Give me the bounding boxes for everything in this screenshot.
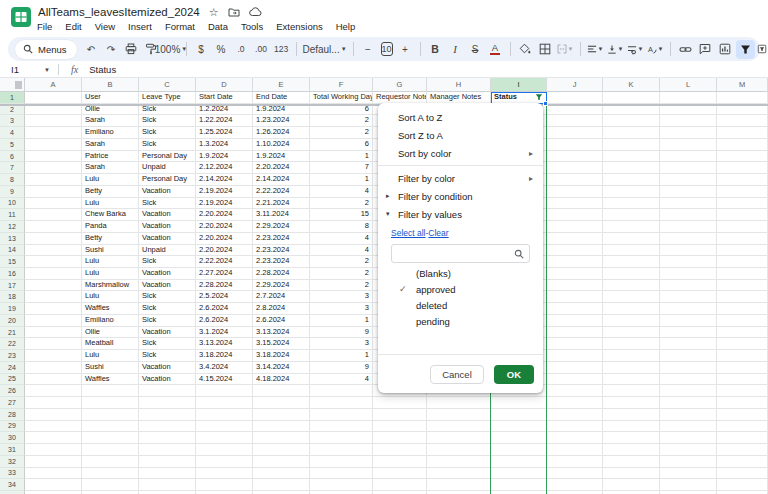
cell-F34[interactable] [310, 479, 373, 491]
cell-K10[interactable] [603, 198, 660, 210]
cell-D5[interactable]: 1.3.2024 [196, 139, 253, 151]
cell-M18[interactable] [717, 291, 768, 303]
cell-B9[interactable]: Betty [82, 186, 139, 198]
cell-M25[interactable] [717, 374, 768, 386]
cell-J24[interactable] [547, 362, 603, 374]
font-size-decrease-button[interactable]: − [359, 40, 378, 59]
cell-D3[interactable]: 1.22.2024 [196, 115, 253, 127]
cell-J31[interactable] [547, 444, 603, 456]
insert-chart-button[interactable] [716, 40, 735, 59]
cell-C27[interactable] [139, 397, 196, 409]
cell-D15[interactable]: 2.22.2024 [196, 256, 253, 268]
cell-A11[interactable] [25, 209, 82, 221]
cell-B31[interactable] [82, 444, 139, 456]
cell-E11[interactable]: 3.11.2024 [253, 209, 310, 221]
cell-A30[interactable] [25, 432, 82, 444]
row-header-4[interactable]: 4 [0, 127, 25, 139]
cell-G33[interactable] [373, 468, 427, 480]
cell-K31[interactable] [603, 444, 660, 456]
cell-L18[interactable] [660, 291, 717, 303]
cell-E27[interactable] [253, 397, 310, 409]
cell-A18[interactable] [25, 291, 82, 303]
cell-C16[interactable]: Vacation [139, 268, 196, 280]
cell-C31[interactable] [139, 444, 196, 456]
cell-B8[interactable]: Lulu [82, 174, 139, 186]
column-header-K[interactable]: K [603, 78, 660, 92]
cell-D14[interactable]: 2.20.2024 [196, 245, 253, 257]
cell-B20[interactable]: Emiliano [82, 315, 139, 327]
print-button[interactable] [122, 40, 141, 59]
cell-A3[interactable] [25, 115, 82, 127]
cell-A12[interactable] [25, 221, 82, 233]
cell-E30[interactable] [253, 432, 310, 444]
cell-E20[interactable]: 2.6.2024 [253, 315, 310, 327]
cell-A32[interactable] [25, 456, 82, 468]
cell-B18[interactable]: Lulu [82, 291, 139, 303]
cell-K13[interactable] [603, 233, 660, 245]
cell-F16[interactable]: 2 [310, 268, 373, 280]
cell-M31[interactable] [717, 444, 768, 456]
cell-C26[interactable] [139, 385, 196, 397]
menu-file[interactable]: File [37, 21, 52, 32]
cell-B23[interactable]: Lulu [82, 350, 139, 362]
cell-E10[interactable]: 2.21.2024 [253, 198, 310, 210]
cell-C7[interactable]: Unpaid [139, 162, 196, 174]
cell-D10[interactable]: 2.19.2024 [196, 198, 253, 210]
row-header-7[interactable]: 7 [0, 162, 25, 174]
cell-F12[interactable]: 8 [310, 221, 373, 233]
cell-J26[interactable] [547, 385, 603, 397]
row-header-6[interactable]: 6 [0, 151, 25, 163]
row-header-11[interactable]: 11 [0, 209, 25, 221]
cell-A7[interactable] [25, 162, 82, 174]
cell-J6[interactable] [547, 151, 603, 163]
cell-E28[interactable] [253, 409, 310, 421]
cell-L23[interactable] [660, 350, 717, 362]
cell-F27[interactable] [310, 397, 373, 409]
cell-I29[interactable] [491, 421, 547, 433]
cell-A28[interactable] [25, 409, 82, 421]
text-wrap-button[interactable]: ▼ [626, 40, 645, 59]
cell-D24[interactable]: 3.4.2024 [196, 362, 253, 374]
cell-I33[interactable] [491, 468, 547, 480]
cell-A33[interactable] [25, 468, 82, 480]
cell-L30[interactable] [660, 432, 717, 444]
cell-F1[interactable]: Total Working Days [310, 92, 373, 104]
cell-E29[interactable] [253, 421, 310, 433]
sort-z-to-a-item[interactable]: Sort Z to A [378, 126, 543, 144]
cell-C21[interactable]: Vacation [139, 327, 196, 339]
menus-search-button[interactable]: Menus [15, 40, 77, 59]
cell-L29[interactable] [660, 421, 717, 433]
cell-J5[interactable] [547, 139, 603, 151]
cell-J15[interactable] [547, 256, 603, 268]
cell-E22[interactable]: 3.15.2024 [253, 338, 310, 350]
cell-A9[interactable] [25, 186, 82, 198]
cell-J3[interactable] [547, 115, 603, 127]
cell-L33[interactable] [660, 468, 717, 480]
cell-M26[interactable] [717, 385, 768, 397]
cell-H34[interactable] [427, 479, 491, 491]
cell-M33[interactable] [717, 468, 768, 480]
cell-L9[interactable] [660, 186, 717, 198]
cell-K30[interactable] [603, 432, 660, 444]
cell-H30[interactable] [427, 432, 491, 444]
row-header-23[interactable]: 23 [0, 350, 25, 362]
cell-H1[interactable]: Manager Notes [427, 92, 491, 104]
cell-E18[interactable]: 2.7.2024 [253, 291, 310, 303]
cell-M28[interactable] [717, 409, 768, 421]
active-filter-icon[interactable] [535, 93, 543, 101]
cell-C1[interactable]: Leave Type [139, 92, 196, 104]
filter-by-condition-item[interactable]: ▸Filter by condition [378, 187, 543, 205]
cell-E32[interactable] [253, 456, 310, 468]
cell-M8[interactable] [717, 174, 768, 186]
row-header-16[interactable]: 16 [0, 268, 25, 280]
text-color-button[interactable]: A [486, 40, 505, 59]
cell-C29[interactable] [139, 421, 196, 433]
cell-J22[interactable] [547, 338, 603, 350]
cell-C33[interactable] [139, 468, 196, 480]
cell-L17[interactable] [660, 280, 717, 292]
star-icon[interactable]: ☆ [209, 7, 219, 18]
cell-A29[interactable] [25, 421, 82, 433]
cell-M34[interactable] [717, 479, 768, 491]
cell-B17[interactable]: Marshmallow [82, 280, 139, 292]
row-header-20[interactable]: 20 [0, 315, 25, 327]
